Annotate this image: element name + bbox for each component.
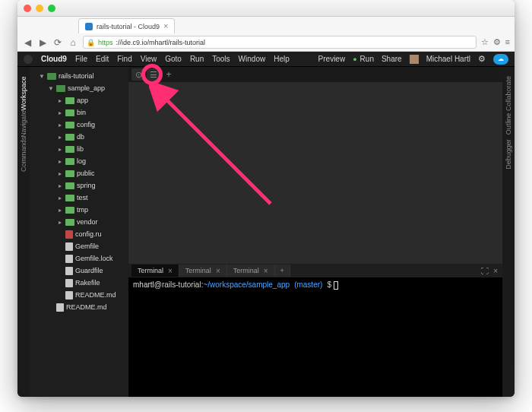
user-name[interactable]: Michael Hartl [426, 55, 470, 63]
file-icon [65, 267, 73, 275]
share-button[interactable]: Share [382, 55, 402, 63]
editor-tab-button[interactable]: ⊙ [131, 68, 145, 81]
tree-folder[interactable]: ▸log [30, 155, 128, 167]
home-button[interactable]: ⌂ [68, 37, 78, 48]
console-panel: Terminal× Terminal× Terminal× + ⛶ × mhar… [128, 264, 502, 397]
terminal-tab[interactable]: Terminal× [131, 265, 179, 277]
play-icon: ● [353, 55, 356, 63]
lock-icon: 🔒 [87, 39, 95, 46]
ide-brand: Cloud9 [41, 55, 67, 63]
editor-area[interactable] [128, 82, 502, 264]
rail-debugger[interactable]: Debugger [505, 139, 512, 170]
file-tree: ▼rails-tutorial ▼sample_app ▸app ▸bin ▸c… [30, 67, 128, 397]
menu-help[interactable]: Help [274, 55, 290, 63]
console-tabs: Terminal× Terminal× Terminal× + ⛶ × [128, 264, 502, 277]
settings-gear-icon[interactable]: ⚙ [478, 54, 486, 64]
url-path: ://ide.c9.io/mhartl/rails-tutorial [116, 39, 206, 46]
tree-folder[interactable]: ▸config [30, 119, 128, 131]
cursor [334, 281, 338, 290]
prompt-branch: (master) [294, 280, 322, 289]
preview-button[interactable]: Preview [318, 55, 346, 63]
new-tab-button[interactable]: + [162, 68, 176, 81]
tree-folder[interactable]: ▸lib [30, 143, 128, 155]
tree-root[interactable]: ▼rails-tutorial [30, 70, 128, 82]
star-button[interactable]: ☆ [481, 37, 489, 47]
folder-icon [65, 122, 74, 128]
console-expand-icon[interactable]: ⛶ [481, 267, 489, 275]
prompt-path: ~/workspace/sample_app [203, 280, 290, 289]
menu-file[interactable]: File [75, 55, 87, 63]
run-label: Run [360, 55, 374, 63]
browser-tab[interactable]: rails-tutorial - Cloud9 × [78, 18, 175, 33]
tree-folder[interactable]: ▸db [30, 131, 128, 143]
tree-file[interactable]: Guardfile [30, 265, 128, 277]
folder-icon [65, 219, 74, 226]
folder-icon [56, 85, 65, 92]
close-icon[interactable]: × [168, 267, 173, 275]
editor-column: ⊙ ☰ + Terminal× Terminal× Terminal× + ⛶ … [128, 67, 502, 397]
rail-navigate[interactable]: Navigate [20, 110, 27, 138]
rail-commands[interactable]: Commands [20, 137, 27, 172]
menu-run[interactable]: Run [190, 55, 204, 63]
avatar[interactable] [410, 55, 419, 64]
tree-folder[interactable]: ▸tmp [30, 204, 128, 216]
terminal-tab[interactable]: Terminal× [227, 265, 275, 277]
cloud9-status-icon[interactable]: ☁ [493, 54, 508, 65]
console-close-icon[interactable]: × [493, 267, 498, 275]
folder-icon [65, 158, 74, 165]
close-icon[interactable]: × [216, 267, 220, 275]
ide: Cloud9 File Edit Find View Goto Run Tool… [17, 52, 515, 397]
tree-folder[interactable]: ▸app [30, 94, 128, 106]
run-button[interactable]: ●Run [353, 55, 374, 63]
tree-folder[interactable]: ▸vendor [30, 216, 128, 228]
tree-project[interactable]: ▼sample_app [30, 82, 128, 94]
url-scheme: https [98, 39, 113, 46]
terminal-tab[interactable]: Terminal× [179, 265, 227, 277]
editor-tab-button[interactable]: ☰ [147, 68, 160, 81]
tree-folder[interactable]: ▸test [30, 192, 128, 204]
prompt-host: rails-tutorial [162, 280, 201, 289]
terminal[interactable]: mhartl@rails-tutorial:~/workspace/sample… [128, 277, 502, 397]
forward-button[interactable]: ▶ [37, 37, 48, 48]
rail-outline[interactable]: Outline [505, 113, 512, 135]
browser-menu-button[interactable]: ≡ [505, 37, 510, 47]
new-terminal-button[interactable]: + [275, 265, 290, 277]
cloud9-logo-icon [24, 55, 33, 64]
ruby-file-icon [65, 230, 73, 239]
tree-file[interactable]: Rakefile [30, 277, 128, 289]
minimize-window-button[interactable] [36, 5, 43, 12]
menu-window[interactable]: Window [239, 55, 266, 63]
file-icon [56, 303, 64, 312]
tree-file[interactable]: Gemfile [30, 240, 128, 252]
zoom-window-button[interactable] [48, 5, 55, 12]
folder-icon [65, 170, 74, 177]
tree-folder[interactable]: ▸spring [30, 179, 128, 192]
tab-close-icon[interactable]: × [163, 22, 168, 30]
reload-button[interactable]: ⟳ [52, 37, 63, 48]
tree-file[interactable]: README.md [30, 301, 128, 313]
menu-find[interactable]: Find [117, 55, 131, 63]
folder-icon [65, 182, 74, 189]
browser-tabstrip: rails-tutorial - Cloud9 × [17, 17, 515, 33]
back-button[interactable]: ◀ [22, 37, 33, 48]
browser-tab-title: rails-tutorial - Cloud9 [97, 23, 160, 30]
tree-folder[interactable]: ▸bin [30, 106, 128, 119]
menu-goto[interactable]: Goto [165, 55, 182, 63]
file-icon [65, 291, 73, 299]
file-icon [65, 279, 73, 287]
folder-icon [65, 97, 74, 104]
file-icon [65, 255, 73, 263]
menu-edit[interactable]: Edit [96, 55, 109, 63]
tree-file[interactable]: config.ru [30, 228, 128, 240]
menu-tools[interactable]: Tools [212, 55, 230, 63]
close-window-button[interactable] [24, 5, 31, 12]
url-bar[interactable]: 🔒 https://ide.c9.io/mhartl/rails-tutoria… [83, 36, 477, 49]
close-icon[interactable]: × [264, 267, 268, 275]
tree-file[interactable]: README.md [30, 289, 128, 301]
rail-collaborate[interactable]: Collaborate [505, 76, 512, 111]
rail-workspace[interactable]: Workspace [20, 77, 27, 111]
tree-folder[interactable]: ▸public [30, 167, 128, 179]
tree-file[interactable]: Gemfile.lock [30, 252, 128, 265]
extensions-gear-icon[interactable]: ⚙ [493, 37, 501, 47]
menu-view[interactable]: View [141, 55, 157, 63]
